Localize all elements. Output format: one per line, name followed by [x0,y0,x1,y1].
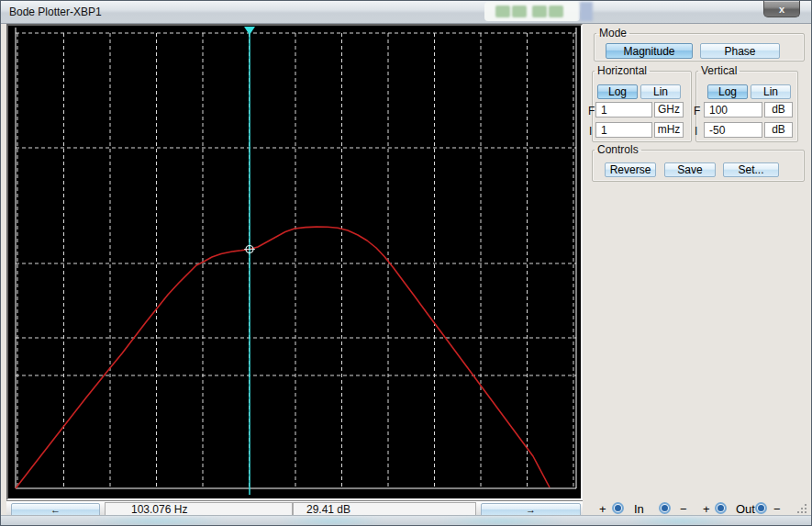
close-icon: x [779,4,784,15]
vertical-final-label: F [694,105,700,118]
window-bottom-edge [1,515,811,525]
horizontal-final-unit: GHz [654,102,684,118]
out-minus-terminal-icon [755,502,767,514]
close-button[interactable]: x [763,1,800,17]
magnitude-trace [16,227,550,488]
horizontal-log-button[interactable]: Log [597,84,638,99]
magnitude-button[interactable]: Magnitude [606,43,693,59]
set-button[interactable]: Set... [723,162,779,177]
window-titlebar[interactable]: Bode Plotter-XBP1 x [1,1,811,24]
bode-plot-display [6,24,583,500]
horizontal-group-label: Horizontal [595,64,650,77]
save-button[interactable]: Save [664,162,716,177]
horizontal-initial-label: I [589,125,592,138]
horizontal-final-input[interactable] [595,102,652,118]
out-plus-terminal-icon [715,502,727,514]
left-arrow-icon: ← [50,504,61,515]
in-plus-terminal-icon [612,502,624,514]
plot-grid [16,33,576,488]
mode-group-label: Mode [596,27,629,39]
vertical-initial-label: I [695,125,697,138]
phase-button[interactable]: Phase [700,43,780,59]
window-title: Bode Plotter-XBP1 [9,6,102,18]
background-glass-artifact [484,2,580,21]
in-label: In [634,502,644,516]
out-plus-label: + [703,502,710,516]
reverse-button[interactable]: Reverse [605,162,656,177]
horizontal-lin-button[interactable]: Lin [640,84,681,99]
cursor-handle-icon[interactable] [244,27,255,35]
vertical-group-label: Vertical [698,64,740,77]
right-arrow-icon: → [526,504,536,515]
controls-group-label: Controls [595,143,641,156]
plot-cursor[interactable] [244,27,255,495]
in-minus-terminal-icon [659,502,671,514]
vertical-initial-unit: dB [764,122,793,138]
out-label: Out [736,502,755,516]
vertical-final-unit: dB [764,102,793,118]
resize-grip[interactable] [795,502,808,515]
vertical-log-button[interactable]: Log [707,84,748,99]
horizontal-initial-input[interactable] [595,122,652,138]
bode-plotter-window: Bode Plotter-XBP1 x ← 103.076 Hz 29.41 d… [0,0,812,526]
out-minus-label: − [773,502,781,516]
bode-plot-canvas [8,26,581,498]
in-plus-label: + [599,502,606,516]
vertical-initial-input[interactable] [704,122,762,138]
vertical-final-input[interactable] [704,102,762,118]
vertical-lin-button[interactable]: Lin [751,84,791,99]
in-minus-label: − [680,502,687,516]
horizontal-initial-unit: mHz [654,122,684,138]
horizontal-final-label: F [588,105,595,118]
